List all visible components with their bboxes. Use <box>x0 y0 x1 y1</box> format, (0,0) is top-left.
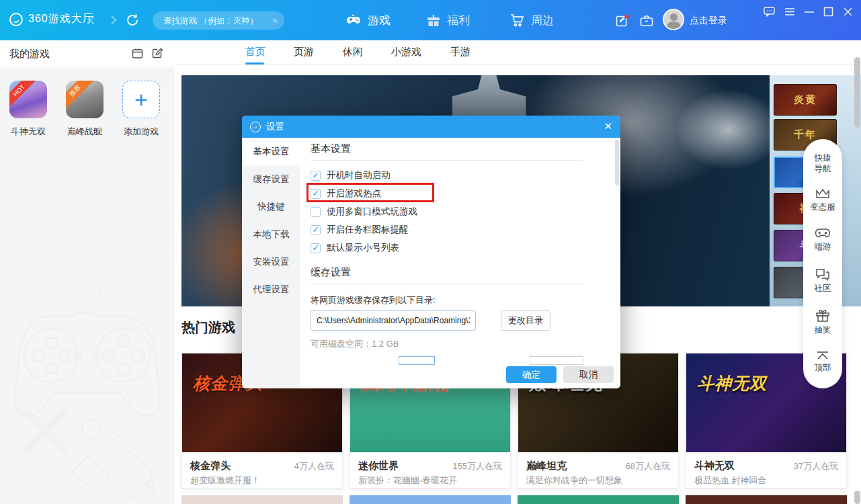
nav-shop[interactable]: 周边 <box>509 0 554 40</box>
basic-settings-heading: 基本设置 <box>311 142 351 155</box>
game-card-title: 迷你世界 <box>358 460 399 472</box>
checkbox-checked[interactable] <box>311 171 321 181</box>
page-scrollbar-thumb[interactable] <box>854 57 860 128</box>
option-alt-account-list[interactable]: 默认显示小号列表 <box>311 242 399 254</box>
tab-casual[interactable]: 休闲 <box>343 46 363 58</box>
cancel-button[interactable]: 取消 <box>563 366 614 383</box>
game-card-players: 68万人在玩 <box>626 460 670 472</box>
tab-mobile[interactable]: 手游 <box>450 46 470 58</box>
cart-icon <box>509 12 525 28</box>
maximize-icon[interactable] <box>823 7 833 17</box>
quicknav-shortcut[interactable]: 快捷 导航 <box>803 153 842 175</box>
game-card-players: 37万人在玩 <box>794 460 838 472</box>
menu-install-settings[interactable]: 安装设置 <box>242 248 300 276</box>
option-multiwindow[interactable]: 使用多窗口模式玩游戏 <box>311 206 417 218</box>
menu-hotkeys[interactable]: 快捷键 <box>242 193 300 220</box>
quicknav-label: 变态服 <box>803 202 842 212</box>
recommend-badge: 推荐 <box>66 81 95 111</box>
next-row-card-sliver <box>686 495 847 504</box>
dialog-scrollbar-thumb[interactable] <box>615 140 619 185</box>
quicknav-biantaifu[interactable]: 变态服 <box>803 187 842 212</box>
nav-games[interactable]: 游戏 <box>345 0 391 40</box>
edit-icon[interactable] <box>152 48 163 59</box>
game-card-subtitle: 满足你对战争的一切想象 <box>526 474 622 487</box>
option-label: 开机时自动启动 <box>327 169 391 181</box>
quicknav-duanyou[interactable]: 端游 <box>803 228 842 252</box>
cache-settings-heading: 缓存设置 <box>311 266 351 279</box>
feedback-icon[interactable] <box>764 7 775 17</box>
menu-cache-settings[interactable]: 缓存设置 <box>242 165 300 193</box>
logo-icon <box>9 13 23 26</box>
option-label: 默认显示小号列表 <box>327 242 399 254</box>
game-tile-doushenwushuang[interactable]: HOT <box>9 81 47 118</box>
add-game-label: 添加游戏 <box>122 126 160 138</box>
quicknav-label: 端游 <box>803 241 842 252</box>
tab-webgames[interactable]: 页游 <box>294 46 314 58</box>
next-row-card-sliver <box>350 495 511 504</box>
hot-badge: HOT <box>9 81 38 110</box>
game-card-subtitle: 新装扮：花幽幽-春暖花开 <box>358 474 457 487</box>
login-button[interactable]: 点击登录 <box>690 15 727 27</box>
archive-icon[interactable] <box>132 48 143 59</box>
cache-dir-input[interactable] <box>311 310 476 331</box>
change-dir-button[interactable]: 更改目录 <box>501 310 550 331</box>
quicknav-back-to-top[interactable]: 顶部 <box>803 351 842 373</box>
search-icon[interactable] <box>273 16 278 26</box>
tab-home[interactable]: 首页 <box>245 46 265 58</box>
game-tile-dianfengzhanjian[interactable]: 推荐 <box>66 81 104 118</box>
gift-icon <box>815 309 830 323</box>
refresh-icon[interactable] <box>125 13 140 28</box>
quicknav-community[interactable]: 社区 <box>803 268 842 294</box>
ok-button[interactable]: 确定 <box>506 366 557 383</box>
arrow-top-icon <box>816 351 829 360</box>
quicknav-label: 顶部 <box>803 362 842 373</box>
forward-icon[interactable] <box>106 13 120 27</box>
cache-dir-label: 将网页游戏缓存保存到以下目录: <box>311 294 436 306</box>
hot-games-title: 热门游戏 <box>181 319 235 337</box>
message-note-icon[interactable] <box>616 15 628 28</box>
tab-minigames[interactable]: 小游戏 <box>391 46 421 58</box>
next-row-card-sliver <box>181 495 343 504</box>
close-icon[interactable] <box>843 7 853 17</box>
menu-basic-settings[interactable]: 基本设置 <box>242 138 300 165</box>
game-card-subtitle: 超变版激燃开服！ <box>190 474 260 487</box>
option-taskbar-reminder[interactable]: 开启任务栏图标提醒 <box>311 224 409 236</box>
plus-icon: + <box>134 88 148 111</box>
game-card-title: 巅峰坦克 <box>526 460 567 472</box>
side-thumb-banner[interactable]: 炎黄 <box>774 84 837 116</box>
dialog-header: 设置 ✕ <box>242 116 620 138</box>
search-input[interactable] <box>162 15 273 26</box>
minimize-icon[interactable] <box>804 11 815 13</box>
option-label: 开启任务栏图标提醒 <box>327 224 409 236</box>
checkbox-unchecked[interactable] <box>311 207 321 217</box>
option-label: 使用多窗口模式玩游戏 <box>327 206 417 218</box>
app-logo: 360游戏大厅 <box>9 12 94 26</box>
top-bar: 360游戏大厅 游戏 福利 周边 点击登录 <box>0 0 861 40</box>
search-box[interactable] <box>153 11 284 30</box>
nav-welfare-label: 福利 <box>447 13 470 28</box>
checkbox-checked[interactable] <box>311 225 321 235</box>
quicknav-lottery[interactable]: 抽奖 <box>803 309 842 335</box>
menu-local-download[interactable]: 本地下载 <box>242 220 300 248</box>
menu-proxy-settings[interactable]: 代理设置 <box>242 276 300 303</box>
dialog-close-icon[interactable]: ✕ <box>604 120 612 132</box>
add-game-tile[interactable]: + <box>122 81 160 118</box>
checkbox-checked[interactable] <box>311 243 321 253</box>
game-card-players: 155万人在玩 <box>452 460 502 472</box>
game-card-title: 核金弹头 <box>190 460 231 472</box>
dialog-title: 设置 <box>266 121 284 133</box>
red-highlight-box <box>306 183 434 202</box>
nav-shop-label: 周边 <box>531 13 554 28</box>
my-games-title: 我的游戏 <box>9 48 50 60</box>
side-thumb-label: 千年 <box>794 128 817 141</box>
gift-icon <box>426 13 441 28</box>
avatar[interactable] <box>663 9 684 30</box>
back-icon[interactable] <box>86 13 99 27</box>
menu-icon[interactable] <box>784 7 796 17</box>
option-autostart[interactable]: 开机时自动启动 <box>311 169 391 181</box>
gamepad-watermark <box>5 290 169 502</box>
nav-welfare[interactable]: 福利 <box>426 0 470 40</box>
page-scrollbar-bottom[interactable] <box>854 491 860 504</box>
active-tab-underline <box>245 62 264 65</box>
toolbox-icon[interactable] <box>640 15 653 28</box>
